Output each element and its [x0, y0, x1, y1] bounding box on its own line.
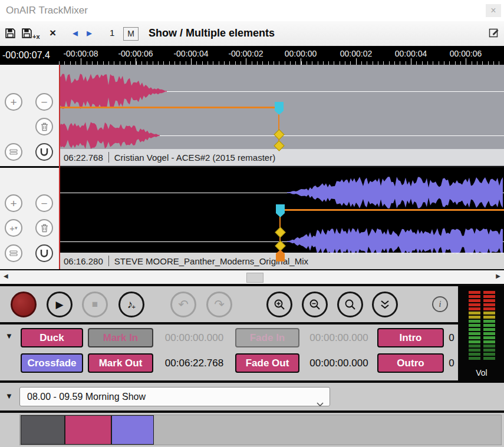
track1-loop-button[interactable] [35, 143, 53, 161]
duck-button[interactable]: Duck [21, 328, 83, 347]
collapse-triangle-icon[interactable]: ▼ [5, 392, 13, 400]
scroll-right-icon[interactable]: ▶ [496, 273, 500, 279]
chevron-down-icon: ▾ [15, 220, 18, 236]
tick-label: -00:00:04 [173, 49, 208, 58]
play-button[interactable]: ▶ [47, 292, 73, 317]
marker-mode-button[interactable]: M [123, 27, 139, 41]
timeline-ruler[interactable]: -00:00:07.4 -00:00:08 -00:00:06 -00:00:0… [0, 46, 504, 65]
minus-icon: − [41, 196, 47, 211]
delete-icon[interactable]: × [50, 27, 56, 39]
tick-label: 00:00:02 [340, 49, 373, 58]
vol-label: Vol [459, 368, 504, 378]
vu-meter: Vol [459, 286, 504, 382]
zoom-in-icon [273, 298, 286, 311]
fade-in-button[interactable]: Fade In [235, 328, 299, 347]
record-button[interactable] [11, 292, 37, 317]
loop-icon [39, 249, 49, 257]
track2-remove-button[interactable]: − [35, 194, 53, 212]
track1-duration: 06:22.768 [64, 153, 103, 163]
track2-add-dropdown-button[interactable]: +▾ [5, 219, 22, 237]
playhead-line[interactable] [59, 65, 60, 269]
crossfade-button[interactable]: Crossfade [21, 353, 83, 373]
zoom-out-icon [308, 298, 321, 311]
zoom-fit-button[interactable] [337, 292, 363, 317]
add-track-button[interactable]: ♪ + [118, 292, 144, 317]
mark-in-value: 00:00:00.000 [154, 328, 234, 347]
collapse-all-button[interactable] [372, 292, 398, 317]
clip-block-gray[interactable] [21, 415, 65, 445]
track2-loop-button[interactable] [35, 244, 53, 262]
timeline-overview-strip[interactable] [19, 415, 502, 445]
onair-trackmixer-window: OnAIR TrackMixer × +x × ◂ ▸ 1 M Show / M… [0, 0, 504, 447]
chevron-down-icon [317, 395, 324, 413]
save-icon[interactable] [5, 28, 16, 41]
track2-volume-envelope[interactable] [280, 209, 504, 211]
transport-bar: ▶ ■ ♪ + ↶ ↷ i [0, 286, 458, 322]
horizontal-scrollbar[interactable]: ◀ ▶ [0, 270, 504, 284]
track1-add-button[interactable]: + [5, 93, 22, 111]
track1-minimize-button[interactable] [5, 143, 22, 161]
save-plus-suffix: +x [32, 33, 40, 40]
track1-delete-button[interactable] [35, 118, 53, 135]
stop-button[interactable]: ■ [82, 292, 108, 317]
vu-bar-right [483, 291, 495, 361]
main-toolbar: +x × ◂ ▸ 1 M Show / Multiple elements [0, 21, 504, 47]
track2-add-button[interactable]: + [5, 194, 22, 212]
layers-icon [9, 250, 18, 257]
fade-out-value: 00:00:00.000 [301, 353, 377, 373]
track1-volume-envelope[interactable] [59, 107, 279, 108]
track1-label-bar: 06:22.768 Cristian Vogel - ACES#2 (2015 … [59, 149, 504, 165]
label-divider [108, 256, 109, 266]
stop-icon: ■ [92, 299, 98, 310]
fade-in-value: 00:00:00.000 [301, 328, 377, 347]
clip-block-purple[interactable] [111, 415, 154, 445]
outro-button[interactable]: Outro [377, 353, 444, 373]
nav-back-icon[interactable]: ◂ [73, 27, 78, 39]
tick-label: 00:00:06 [450, 49, 482, 58]
scroll-left-icon[interactable]: ◀ [4, 273, 8, 279]
track2-duration: 06:16.280 [64, 256, 103, 266]
track2-minimize-button[interactable] [5, 244, 22, 262]
trash-icon [41, 122, 48, 131]
redo-button[interactable]: ↷ [206, 292, 232, 317]
collapse-triangle-icon[interactable]: ▼ [5, 332, 13, 340]
title-bar: OnAIR TrackMixer × [0, 0, 504, 22]
fade-out-button[interactable]: Fade Out [235, 353, 299, 373]
info-icon: i [439, 300, 442, 309]
mark-out-value: 00:06:22.768 [154, 353, 234, 373]
info-button[interactable]: i [432, 296, 448, 312]
track1-remove-button[interactable]: − [35, 93, 53, 111]
playlist-selected-value: 08.00 - 09.59 Morning Show [27, 392, 146, 402]
trash-icon [41, 224, 48, 233]
track2-delete-button[interactable] [35, 219, 53, 237]
loop-icon [39, 148, 49, 156]
save-plus-icon[interactable]: +x [21, 28, 40, 41]
intro-button[interactable]: Intro [377, 328, 444, 347]
scrollbar-thumb[interactable] [246, 273, 263, 283]
mark-out-button[interactable]: Mark Out [88, 353, 153, 373]
playlist-panel: ▼ 08.00 - 09.59 Morning Show [0, 383, 504, 410]
tick-label: 00:00:04 [395, 49, 427, 58]
edit-note-icon[interactable] [489, 27, 499, 40]
outro-value: 0 [446, 353, 457, 373]
page-title: Show / Multiple elements [149, 27, 275, 39]
close-icon[interactable]: × [486, 4, 501, 17]
tick-label: -00:00:02 [228, 49, 263, 58]
undo-button[interactable]: ↶ [170, 292, 196, 317]
zoom-in-button[interactable] [266, 292, 292, 317]
timeline-overview-panel [0, 413, 504, 447]
clip-block-pink[interactable] [65, 415, 111, 445]
element-counter: 1 [110, 27, 114, 39]
zoom-out-button[interactable] [302, 292, 328, 317]
label-divider [108, 152, 109, 163]
bottom-panel: ▶ ■ ♪ + ↶ ↷ i Vol [0, 284, 504, 447]
plus-icon: + [10, 196, 17, 211]
double-chevron-down-icon [380, 300, 390, 310]
vu-bar-left [469, 291, 480, 361]
mark-in-button[interactable]: Mark In [88, 328, 153, 347]
plus-icon: + [9, 220, 15, 236]
nav-forward-icon[interactable]: ▸ [87, 27, 92, 39]
edit-panel: ▼ Duck Mark In 00:00:00.000 Fade In 00:0… [0, 325, 458, 380]
intro-value: 0 [446, 328, 457, 347]
playlist-dropdown[interactable]: 08.00 - 09.59 Morning Show [19, 387, 330, 406]
